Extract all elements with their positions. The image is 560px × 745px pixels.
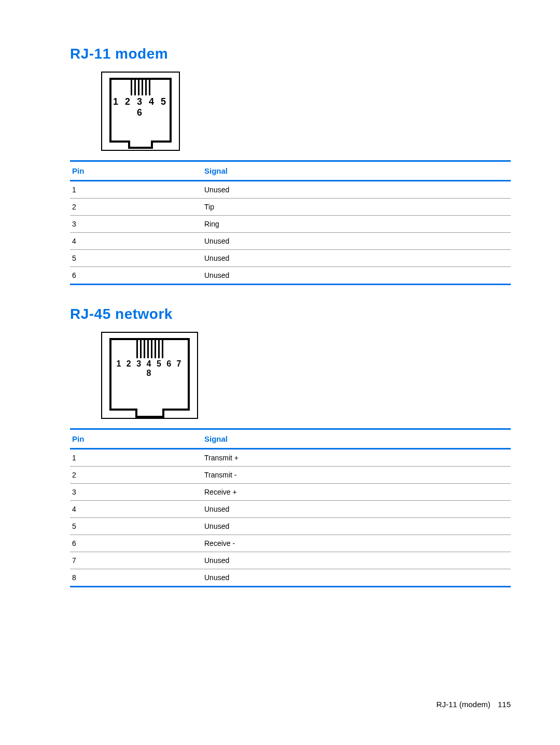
table-row: 2Transmit - [70, 467, 511, 484]
pin-line [144, 340, 145, 358]
jack-notch [135, 409, 164, 418]
pin-line [147, 340, 149, 358]
jack-notch [128, 140, 153, 149]
table-header-pin: Pin [70, 429, 202, 449]
table-row: 6Receive - [70, 535, 511, 552]
table-row: 4Unused [70, 501, 511, 518]
table-row: 4Unused [70, 233, 511, 250]
page-footer: RJ-11 (modem) 115 [437, 700, 511, 709]
pin-line [138, 80, 139, 95]
page-content: RJ-11 modem 1 2 3 4 5 6 Pin Signal 1Unus… [0, 0, 560, 587]
table-row: 1Unused [70, 181, 511, 199]
table-row: 5Unused [70, 518, 511, 535]
table-row: 1Transmit + [70, 449, 511, 467]
table-row: 7Unused [70, 552, 511, 569]
rj45-pinout-table: Pin Signal 1Transmit + 2Transmit - 3Rece… [70, 428, 511, 587]
pin-line [155, 340, 156, 358]
table-row: 2Tip [70, 199, 511, 216]
table-row: 3Ring [70, 216, 511, 233]
table-row: 8Unused [70, 569, 511, 587]
page-number: 115 [498, 700, 511, 709]
pin-line [151, 340, 152, 358]
pin-line [162, 340, 163, 358]
pin-line [149, 80, 150, 95]
table-row: 3Receive + [70, 484, 511, 501]
pin-line [136, 340, 138, 358]
pin-line [134, 80, 136, 95]
pin-numbers-rj45: 1 2 3 4 5 6 7 8 [111, 359, 188, 378]
heading-rj45: RJ-45 network [70, 306, 511, 322]
pin-line [142, 80, 143, 95]
table-row: 5Unused [70, 250, 511, 267]
rj11-connector-diagram: 1 2 3 4 5 6 [101, 72, 180, 151]
table-header-pin: Pin [70, 161, 202, 181]
rj45-connector-diagram: 1 2 3 4 5 6 7 8 [101, 332, 198, 419]
table-header-signal: Signal [202, 161, 511, 181]
pin-line [158, 340, 160, 358]
rj11-pinout-table: Pin Signal 1Unused 2Tip 3Ring 4Unused 5U… [70, 160, 511, 285]
pin-line [140, 340, 142, 358]
table-header-signal: Signal [202, 429, 511, 449]
pin-numbers-rj11: 1 2 3 4 5 6 [111, 96, 170, 118]
pin-line [131, 80, 132, 95]
pin-line [145, 80, 147, 95]
heading-rj11: RJ-11 modem [70, 46, 511, 62]
table-row: 6Unused [70, 267, 511, 285]
footer-text: RJ-11 (modem) [437, 700, 491, 709]
